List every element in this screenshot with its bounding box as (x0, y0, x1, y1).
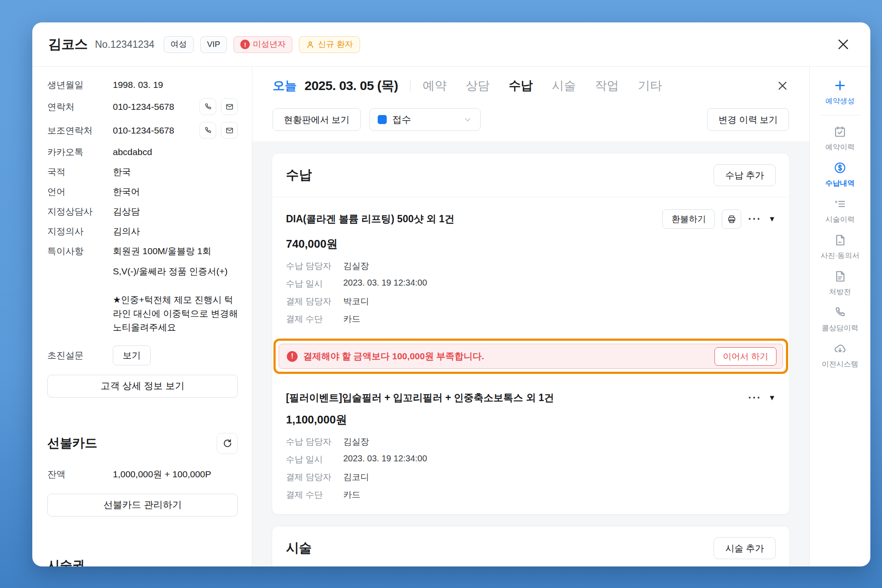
survey-view-button[interactable]: 보기 (113, 345, 151, 365)
info-row-contact: 연락처 010-1234-5678 (47, 98, 238, 115)
payment-item-title: DIA(콜라겐 볼륨 리프팅) 500샷 외 1건 (286, 212, 454, 226)
payment-amount: 1,100,000원 (286, 412, 776, 427)
info-row-kakao: 카카오톡 abcdabcd (47, 146, 238, 159)
warning-icon: ! (287, 351, 298, 362)
alert-icon: ! (240, 40, 250, 49)
badge-gender: 여성 (164, 36, 194, 53)
dollar-circle-icon (833, 161, 847, 174)
rail-item-prescription[interactable]: 처방전 (829, 270, 851, 297)
phone-icon (833, 306, 847, 319)
prepaid-manage-button[interactable]: 선불카드 관리하기 (47, 494, 238, 516)
mail-icon (225, 126, 234, 135)
ticket-section-title: 시술권 (47, 557, 238, 566)
info-row-special-note: 특이사항 회원권 100M/울블랑 1회 (47, 245, 238, 258)
rail-item-reservation-history[interactable]: 예약이력 (826, 125, 855, 152)
tab-work[interactable]: 작업 (595, 78, 619, 94)
rail-item-legacy-system[interactable]: 이전시스템 (822, 342, 858, 369)
dashboard-view-button[interactable]: 현황판에서 보기 (273, 108, 361, 131)
customer-detail-button[interactable]: 고객 상세 정보 보기 (47, 375, 238, 398)
phone-icon (204, 103, 212, 111)
close-icon[interactable] (836, 37, 851, 52)
divider (820, 115, 860, 115)
patient-number: No.12341234 (95, 39, 155, 50)
current-date: 2025. 03. 05 (목) (304, 77, 398, 95)
patient-modal: 김코스 No.12341234 여성 VIP ! 미성년자 신규 환자 생년월일… (32, 22, 870, 566)
divider (410, 80, 410, 92)
collapse-caret-icon[interactable]: ▼ (768, 215, 776, 224)
patient-info-panel: 생년월일 1998. 03. 19 연락처 010-1234-5678 보조연락… (32, 67, 252, 566)
change-history-button[interactable]: 변경 이력 보기 (707, 108, 789, 131)
cloud-download-icon (833, 342, 847, 355)
photo-doc-icon (833, 233, 847, 247)
payment-shortfall-warning: ! 결제해야 할 금액보다 100,000원 부족합니다. 이어서 하기 (279, 344, 783, 369)
rail-item-procedure-history[interactable]: 시술이력 (826, 197, 855, 224)
more-menu-icon[interactable]: ··· (748, 213, 761, 225)
list-icon (833, 197, 847, 211)
refund-button[interactable]: 환불하기 (662, 209, 715, 229)
payment-section-title: 수납 (286, 166, 312, 184)
tab-etc[interactable]: 기타 (638, 78, 662, 94)
call-button[interactable] (199, 98, 216, 115)
collapse-caret-icon[interactable]: ▼ (768, 394, 776, 402)
payment-item: [필러이벤트]입술필러 + 입꼬리필러 + 인중축소보톡스 외 1건 ··· ▼… (272, 379, 789, 514)
filter-bar: 현황판에서 보기 접수 변경 이력 보기 (252, 105, 809, 141)
patient-name: 김코스 (48, 35, 88, 53)
procedure-card: 시술 시술 추가 시술명 시술메모 마취 담당자 방 피코토닝 (272, 526, 790, 566)
tab-procedure[interactable]: 시술 (552, 78, 576, 94)
refresh-icon (222, 438, 233, 448)
close-detail-icon[interactable] (776, 79, 789, 92)
status-color-chip (378, 115, 387, 124)
badge-vip: VIP (200, 36, 227, 53)
patient-header: 김코스 No.12341234 여성 VIP ! 미성년자 신규 환자 (32, 22, 870, 67)
tab-payment[interactable]: 수납 (509, 78, 533, 94)
payment-amount: 740,000원 (286, 236, 776, 252)
rail-item-create-reservation[interactable]: 예약생성 (826, 79, 855, 106)
rail-item-photos-consent[interactable]: 사진·동의서 (820, 233, 860, 261)
today-label[interactable]: 오늘 (273, 78, 297, 94)
message-button[interactable] (221, 122, 238, 139)
balance-row: 잔액 1,000,000원 + 100,000P (47, 468, 238, 481)
printer-icon (727, 215, 736, 224)
tab-consult[interactable]: 상담 (466, 78, 490, 94)
info-row-sub-contact: 보조연락처 010-1234-5678 (47, 122, 238, 139)
payment-card: 수납 수납 추가 DIA(콜라겐 볼륨 리프팅) 500샷 외 1건 환불하기 (272, 153, 790, 515)
rail-item-call-history[interactable]: 콜상담이력 (822, 306, 858, 333)
mail-icon (225, 103, 234, 111)
note-line: S,V(-)/울쎄라 정품 인증서(+) (113, 264, 238, 278)
badge-new-patient: 신규 환자 (299, 36, 360, 53)
status-select[interactable]: 접수 (370, 108, 481, 131)
info-row-counselor: 지정상담사 김상담 (47, 205, 238, 218)
phone-icon (204, 126, 212, 135)
quick-actions-rail: 예약생성 예약이력 수납내역 시술이력 사진·동의서 처방전 (809, 67, 870, 566)
payment-item: DIA(콜라겐 볼륨 리프팅) 500샷 외 1건 환불하기 ··· ▼ 740… (272, 197, 789, 333)
payment-item-title: [필러이벤트]입술필러 + 입꼬리필러 + 인중축소보톡스 외 1건 (286, 391, 554, 404)
balance-value: 1,000,000원 + 100,000P (113, 468, 211, 480)
calendar-check-icon (833, 125, 847, 138)
continue-payment-button[interactable]: 이어서 하기 (714, 347, 776, 366)
procedure-section-title: 시술 (286, 539, 312, 557)
print-button[interactable] (722, 209, 741, 229)
content-scroll-area: 수납 수납 추가 DIA(콜라겐 볼륨 리프팅) 500샷 외 1건 환불하기 (252, 141, 809, 566)
more-menu-icon[interactable]: ··· (748, 392, 761, 404)
rail-item-payment-history[interactable]: 수납내역 (826, 161, 855, 188)
badge-minor: ! 미성년자 (233, 36, 292, 53)
highlight-ring: ! 결제해야 할 금액보다 100,000원 부족합니다. 이어서 하기 (273, 339, 788, 374)
main-area: 오늘 2025. 03. 05 (목) 예약 상담 수납 시술 작업 기타 현황… (252, 67, 809, 566)
chevron-down-icon (463, 115, 472, 124)
info-row-nationality: 국적 한국 (47, 165, 238, 178)
special-notes: S,V(-)/울쎄라 정품 인증서(+) ★인중+턱전체 제모 진행시 턱라인 … (113, 264, 238, 334)
plus-icon (833, 79, 847, 92)
prescription-icon (833, 270, 847, 283)
add-procedure-button[interactable]: 시술 추가 (714, 537, 776, 559)
refresh-button[interactable] (217, 433, 238, 454)
message-button[interactable] (221, 98, 238, 115)
tab-reservation[interactable]: 예약 (422, 78, 447, 94)
note-line: ★인중+턱전체 제모 진행시 턱라인 대신에 이중턱으로 변경해 노티올려주세요 (113, 293, 242, 334)
info-row-doctor: 지정의사 김의사 (47, 225, 238, 238)
date-bar: 오늘 2025. 03. 05 (목) 예약 상담 수납 시술 작업 기타 (252, 67, 809, 105)
call-button[interactable] (199, 122, 216, 139)
prepaid-card-title: 선불카드 (47, 435, 97, 452)
survey-row: 초진설문 보기 (47, 345, 238, 365)
add-payment-button[interactable]: 수납 추가 (714, 164, 776, 186)
info-row-birthdate: 생년월일 1998. 03. 19 (47, 78, 238, 91)
